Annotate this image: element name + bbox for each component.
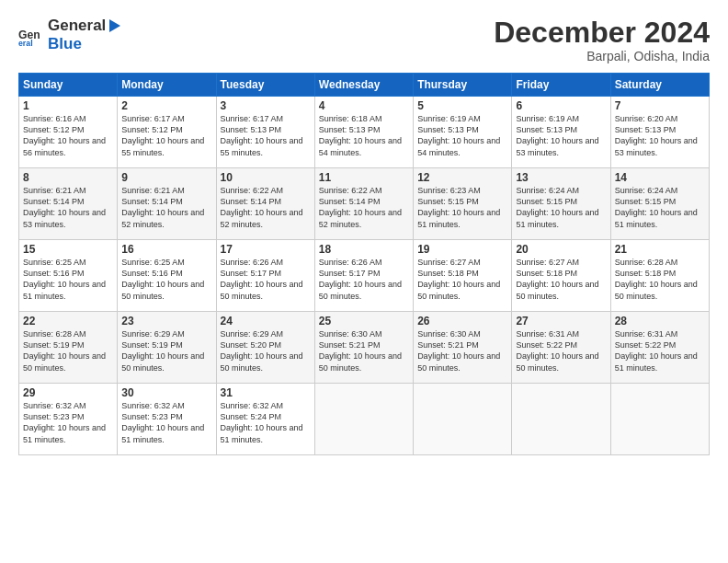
day-info: Sunrise: 6:26 AMSunset: 5:17 PMDaylight:… <box>221 258 303 300</box>
page: Gen eral General Blue December 2024 Barp… <box>0 0 728 563</box>
day-info: Sunrise: 6:25 AMSunset: 5:16 PMDaylight:… <box>121 258 204 300</box>
day-info: Sunrise: 6:19 AMSunset: 5:13 PMDaylight:… <box>417 114 500 156</box>
calendar-header-row: Sunday Monday Tuesday Wednesday Thursday… <box>19 74 710 97</box>
day-info: Sunrise: 6:31 AMSunset: 5:22 PMDaylight:… <box>516 329 598 372</box>
col-wednesday: Wednesday <box>314 74 413 97</box>
day-number: 26 <box>417 315 507 327</box>
day-info: Sunrise: 6:26 AMSunset: 5:17 PMDaylight:… <box>319 258 402 300</box>
table-row: 25 Sunrise: 6:30 AMSunset: 5:21 PMDaylig… <box>314 312 413 384</box>
day-number: 9 <box>121 171 211 184</box>
day-info: Sunrise: 6:22 AMSunset: 5:14 PMDaylight:… <box>221 186 303 228</box>
day-number: 1 <box>23 99 113 112</box>
day-info: Sunrise: 6:17 AMSunset: 5:13 PMDaylight:… <box>221 114 303 156</box>
table-row: 28 Sunrise: 6:31 AMSunset: 5:22 PMDaylig… <box>610 312 709 384</box>
table-row <box>314 384 413 455</box>
day-number: 4 <box>319 99 409 112</box>
table-row: 24 Sunrise: 6:29 AMSunset: 5:20 PMDaylig… <box>216 312 314 384</box>
day-number: 21 <box>615 243 705 256</box>
day-info: Sunrise: 6:32 AMSunset: 5:23 PMDaylight:… <box>23 401 106 443</box>
day-number: 23 <box>121 315 211 327</box>
table-row: 16 Sunrise: 6:25 AMSunset: 5:16 PMDaylig… <box>118 240 216 312</box>
table-row: 21 Sunrise: 6:28 AMSunset: 5:18 PMDaylig… <box>610 240 709 312</box>
day-number: 3 <box>221 99 311 112</box>
table-row: 9 Sunrise: 6:21 AMSunset: 5:14 PMDayligh… <box>118 168 216 240</box>
day-info: Sunrise: 6:28 AMSunset: 5:19 PMDaylight:… <box>23 329 106 372</box>
day-info: Sunrise: 6:30 AMSunset: 5:21 PMDaylight:… <box>319 329 402 372</box>
col-monday: Monday <box>118 74 216 97</box>
day-number: 8 <box>23 171 113 184</box>
table-row: 2 Sunrise: 6:17 AMSunset: 5:12 PMDayligh… <box>118 97 216 168</box>
table-row: 14 Sunrise: 6:24 AMSunset: 5:15 PMDaylig… <box>610 168 709 240</box>
logo-blue: Blue <box>48 35 82 52</box>
table-row: 22 Sunrise: 6:28 AMSunset: 5:19 PMDaylig… <box>19 312 118 384</box>
svg-text:eral: eral <box>18 39 33 48</box>
day-number: 27 <box>516 315 606 327</box>
day-info: Sunrise: 6:27 AMSunset: 5:18 PMDaylight:… <box>516 258 598 300</box>
day-number: 28 <box>615 315 705 327</box>
col-tuesday: Tuesday <box>216 74 314 97</box>
day-number: 6 <box>516 99 606 112</box>
day-number: 24 <box>221 315 311 327</box>
table-row: 23 Sunrise: 6:29 AMSunset: 5:19 PMDaylig… <box>118 312 216 384</box>
logo-arrow-icon <box>109 19 120 32</box>
day-info: Sunrise: 6:21 AMSunset: 5:14 PMDaylight:… <box>23 186 106 228</box>
day-info: Sunrise: 6:16 AMSunset: 5:12 PMDaylight:… <box>23 114 106 156</box>
day-info: Sunrise: 6:19 AMSunset: 5:13 PMDaylight:… <box>516 114 598 156</box>
day-number: 31 <box>221 386 311 399</box>
day-info: Sunrise: 6:29 AMSunset: 5:19 PMDaylight:… <box>121 329 204 372</box>
logo-general: General <box>48 17 106 35</box>
day-number: 12 <box>417 171 507 184</box>
day-info: Sunrise: 6:24 AMSunset: 5:15 PMDaylight:… <box>615 186 698 228</box>
calendar-week-row: 8 Sunrise: 6:21 AMSunset: 5:14 PMDayligh… <box>19 168 710 240</box>
day-number: 2 <box>121 99 211 112</box>
day-info: Sunrise: 6:32 AMSunset: 5:24 PMDaylight:… <box>221 401 303 443</box>
calendar-week-row: 1 Sunrise: 6:16 AMSunset: 5:12 PMDayligh… <box>19 97 710 168</box>
day-info: Sunrise: 6:17 AMSunset: 5:12 PMDaylight:… <box>121 114 204 156</box>
day-number: 17 <box>221 243 311 256</box>
table-row: 19 Sunrise: 6:27 AMSunset: 5:18 PMDaylig… <box>414 240 512 312</box>
day-info: Sunrise: 6:28 AMSunset: 5:18 PMDaylight:… <box>615 258 698 300</box>
day-number: 15 <box>23 243 113 256</box>
logo-icon: Gen eral <box>18 22 44 48</box>
day-number: 11 <box>319 171 409 184</box>
table-row <box>610 384 709 455</box>
day-number: 7 <box>615 99 705 112</box>
table-row: 8 Sunrise: 6:21 AMSunset: 5:14 PMDayligh… <box>19 168 118 240</box>
logo: Gen eral General Blue <box>18 17 120 53</box>
day-info: Sunrise: 6:21 AMSunset: 5:14 PMDaylight:… <box>121 186 204 228</box>
table-row: 3 Sunrise: 6:17 AMSunset: 5:13 PMDayligh… <box>216 97 314 168</box>
calendar-week-row: 15 Sunrise: 6:25 AMSunset: 5:16 PMDaylig… <box>19 240 710 312</box>
table-row: 30 Sunrise: 6:32 AMSunset: 5:23 PMDaylig… <box>118 384 216 455</box>
header: Gen eral General Blue December 2024 Barp… <box>18 17 710 63</box>
col-sunday: Sunday <box>19 74 118 97</box>
day-info: Sunrise: 6:20 AMSunset: 5:13 PMDaylight:… <box>615 114 698 156</box>
col-friday: Friday <box>512 74 610 97</box>
day-number: 14 <box>615 171 705 184</box>
col-saturday: Saturday <box>610 74 709 97</box>
table-row: 1 Sunrise: 6:16 AMSunset: 5:12 PMDayligh… <box>19 97 118 168</box>
table-row: 31 Sunrise: 6:32 AMSunset: 5:24 PMDaylig… <box>216 384 314 455</box>
table-row: 13 Sunrise: 6:24 AMSunset: 5:15 PMDaylig… <box>512 168 610 240</box>
location: Barpali, Odisha, India <box>494 49 710 63</box>
table-row: 26 Sunrise: 6:30 AMSunset: 5:21 PMDaylig… <box>414 312 512 384</box>
col-thursday: Thursday <box>414 74 512 97</box>
table-row: 12 Sunrise: 6:23 AMSunset: 5:15 PMDaylig… <box>414 168 512 240</box>
day-number: 5 <box>417 99 507 112</box>
day-number: 20 <box>516 243 606 256</box>
day-info: Sunrise: 6:29 AMSunset: 5:20 PMDaylight:… <box>221 329 303 372</box>
table-row: 11 Sunrise: 6:22 AMSunset: 5:14 PMDaylig… <box>314 168 413 240</box>
calendar-body: 1 Sunrise: 6:16 AMSunset: 5:12 PMDayligh… <box>19 97 710 455</box>
day-info: Sunrise: 6:30 AMSunset: 5:21 PMDaylight:… <box>417 329 500 372</box>
table-row: 6 Sunrise: 6:19 AMSunset: 5:13 PMDayligh… <box>512 97 610 168</box>
day-info: Sunrise: 6:22 AMSunset: 5:14 PMDaylight:… <box>319 186 402 228</box>
calendar-week-row: 22 Sunrise: 6:28 AMSunset: 5:19 PMDaylig… <box>19 312 710 384</box>
day-info: Sunrise: 6:32 AMSunset: 5:23 PMDaylight:… <box>121 401 204 443</box>
day-info: Sunrise: 6:31 AMSunset: 5:22 PMDaylight:… <box>615 329 698 372</box>
month-title: December 2024 <box>494 17 710 49</box>
table-row: 20 Sunrise: 6:27 AMSunset: 5:18 PMDaylig… <box>512 240 610 312</box>
day-number: 16 <box>121 243 211 256</box>
table-row <box>512 384 610 455</box>
day-number: 18 <box>319 243 409 256</box>
day-number: 13 <box>516 171 606 184</box>
calendar-week-row: 29 Sunrise: 6:32 AMSunset: 5:23 PMDaylig… <box>19 384 710 455</box>
